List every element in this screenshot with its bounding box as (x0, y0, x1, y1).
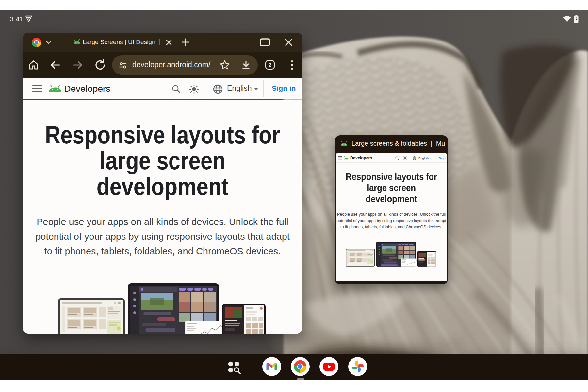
svg-text:2: 2 (269, 62, 271, 68)
